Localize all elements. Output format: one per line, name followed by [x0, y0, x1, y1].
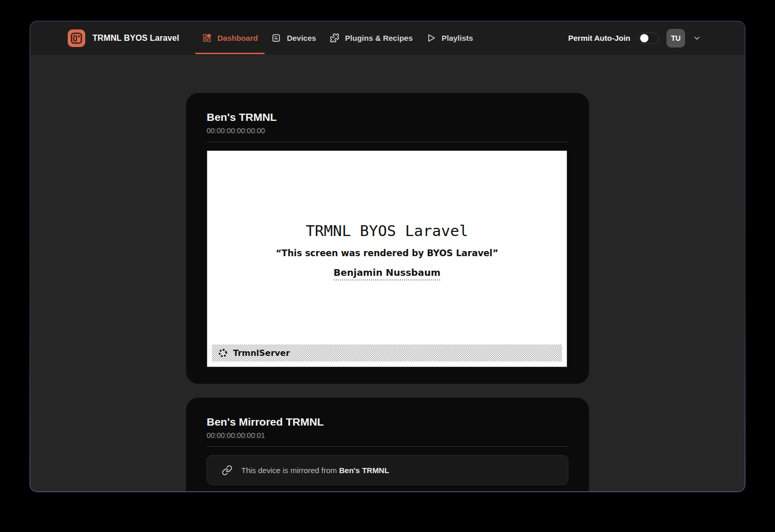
device-card-bens-trmnl: Ben's TRMNL 00:00:00:00:00:00 TRMNL BYOS… [186, 93, 589, 384]
main-content: Ben's TRMNL 00:00:00:00:00:00 TRMNL BYOS… [30, 55, 745, 491]
app-window: TRMNL BYOS Laravel Dashboard [30, 22, 745, 491]
device-name: Ben's Mirrored TRMNL [207, 415, 568, 429]
brand-title: TRMNL BYOS Laravel [92, 34, 179, 43]
user-menu-chevron[interactable] [693, 34, 701, 42]
nav-item-label: Devices [287, 34, 316, 42]
device-screen-preview: TRMNL BYOS Laravel “This screen was rend… [207, 150, 567, 367]
nav-item-plugins-recipes[interactable]: Plugins & Recipes [323, 22, 420, 54]
screen-titlebar: TrmnlServer [212, 345, 562, 362]
chevron-down-icon [693, 34, 701, 42]
user-avatar[interactable]: TU [667, 29, 685, 48]
mirror-source-device: Ben's TRMNL [339, 466, 389, 475]
card-divider [207, 446, 568, 447]
nav-item-label: Dashboard [218, 34, 258, 42]
nav-item-label: Playlists [442, 34, 473, 42]
nav-item-playlists[interactable]: Playlists [420, 22, 480, 54]
app-window-frame: TRMNL BYOS Laravel Dashboard [29, 21, 746, 492]
puzzle-icon [330, 33, 339, 43]
device-name: Ben's TRMNL [207, 111, 568, 124]
nav-item-dashboard[interactable]: Dashboard [195, 22, 265, 54]
device-mac-address: 00:00:00:00:00:00 [207, 126, 568, 135]
navbar: TRMNL BYOS Laravel Dashboard [30, 22, 745, 55]
card-divider [207, 142, 568, 142]
screen-titlebar-label: TrmnlServer [233, 348, 290, 358]
brand[interactable]: TRMNL BYOS Laravel [68, 22, 179, 54]
spinner-icon [218, 348, 228, 358]
device-list-icon [271, 33, 281, 43]
nav-items: Dashboard Devices Plugins & Recipes [195, 22, 480, 54]
mirror-notice-text: This device is mirrored from Ben's TRMNL [241, 466, 389, 475]
nav-item-label: Plugins & Recipes [345, 34, 413, 42]
device-mac-address: 00:00:00:00:00:01 [207, 431, 568, 440]
navbar-right: Permit Auto-Join TU [568, 22, 701, 54]
permit-auto-join-label: Permit Auto-Join [568, 34, 630, 42]
grid-icon [202, 33, 212, 43]
mirror-notice: This device is mirrored from Ben's TRMNL [207, 455, 568, 485]
toggle-knob [640, 34, 648, 42]
nav-item-devices[interactable]: Devices [265, 22, 323, 54]
link-icon [222, 465, 233, 476]
screen-quote: “This screen was rendered by BYOS Larave… [276, 248, 499, 258]
device-card-bens-mirrored-trmnl: Ben's Mirrored TRMNL 00:00:00:00:00:01 T… [186, 398, 589, 491]
play-icon [426, 33, 436, 43]
permit-auto-join-toggle[interactable] [638, 33, 659, 44]
trmnl-logo-icon [68, 29, 85, 47]
screen-author-link: Benjamin Nussbaum [334, 267, 441, 280]
screen-title: TRMNL BYOS Laravel [306, 222, 468, 240]
